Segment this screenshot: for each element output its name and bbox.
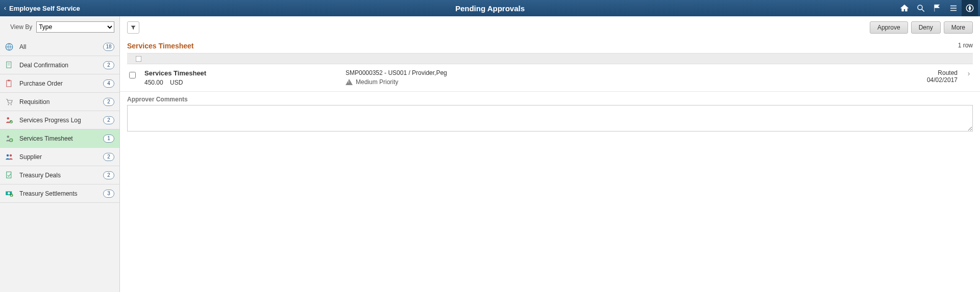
sidebar: View By Type All 18 Deal Confirmation 2 … (0, 16, 120, 292)
action-row: Approve Deny More (120, 16, 980, 38)
back-label: Employee Self Service (9, 5, 80, 12)
svg-line-1 (922, 9, 924, 12)
sidebar-item-label: Services Timesheet (19, 135, 73, 142)
sidebar-item-label: Requisition (19, 98, 50, 105)
sidebar-item-all[interactable]: All 18 (0, 38, 119, 56)
svg-point-14 (7, 117, 10, 120)
sidebar-item-count: 1 (103, 135, 114, 143)
main-content: Approve Deny More Services Timesheet 1 r… (120, 16, 980, 292)
row-reference: SMP0000352 - US001 / Provider,Peg (346, 69, 889, 76)
row-right: Routed 04/02/2017 (896, 69, 958, 84)
back-button[interactable]: ‹ Employee Self Service (0, 0, 86, 16)
action-buttons: Approve Deny More (870, 21, 973, 34)
flag-icon[interactable] (929, 0, 945, 16)
sidebar-item-count: 2 (103, 153, 114, 161)
row-left: Services Timesheet 450.00 USD (144, 69, 338, 86)
svg-point-19 (10, 154, 12, 156)
chevron-right-icon: › (965, 69, 973, 77)
svg-point-22 (8, 192, 10, 195)
svg-point-16 (7, 136, 10, 138)
sidebar-item-count: 18 (103, 43, 114, 51)
menu-icon[interactable] (945, 0, 962, 16)
document-check-icon (4, 170, 14, 180)
sidebar-item-count: 2 (103, 116, 114, 124)
svg-rect-20 (7, 172, 11, 178)
viewby-row: View By Type (0, 16, 119, 38)
viewby-label: View By (10, 23, 32, 31)
sidebar-item-label: Treasury Settlements (19, 190, 78, 197)
row-checkbox[interactable] (129, 72, 136, 78)
person-check-icon (4, 115, 14, 125)
row-currency: USD (165, 79, 183, 86)
svg-point-18 (7, 154, 9, 156)
sidebar-item-count: 3 (103, 190, 114, 198)
people-icon (4, 152, 14, 162)
svg-point-12 (8, 104, 9, 105)
row-amount-line: 450.00 USD (144, 79, 338, 86)
warning-icon (346, 79, 353, 85)
compass-icon[interactable] (962, 0, 978, 16)
comments-textarea[interactable] (127, 105, 973, 131)
sidebar-item-label: Supplier (19, 153, 42, 161)
row-status: Routed (896, 69, 958, 76)
topbar-icons (896, 0, 980, 16)
money-check-icon (4, 189, 14, 199)
approve-button[interactable]: Approve (870, 21, 908, 34)
row-mid: SMP0000352 - US001 / Provider,Peg Medium… (346, 69, 889, 86)
row-priority: Medium Priority (346, 78, 889, 86)
document-icon (4, 60, 14, 70)
row-name: Services Timesheet (144, 69, 338, 77)
more-button[interactable]: More (944, 21, 973, 34)
sidebar-item-count: 4 (103, 79, 114, 88)
sidebar-item-label: Deal Confirmation (19, 62, 68, 69)
sidebar-item-count: 2 (103, 98, 114, 106)
svg-point-0 (918, 5, 922, 10)
sidebar-item-label: All (19, 43, 26, 50)
top-bar: ‹ Employee Self Service Pending Approval… (0, 0, 980, 16)
sidebar-item-purchase-order[interactable]: Purchase Order 4 (0, 74, 119, 93)
sidebar-item-label: Treasury Deals (19, 172, 61, 179)
sidebar-item-services-timesheet[interactable]: Services Timesheet 1 (0, 129, 119, 148)
sidebar-item-label: Purchase Order (19, 80, 63, 87)
search-icon[interactable] (913, 0, 929, 16)
row-priority-label: Medium Priority (356, 78, 398, 86)
svg-point-13 (11, 104, 12, 105)
row-checkbox-wrap (127, 69, 137, 80)
sidebar-item-supplier[interactable]: Supplier 2 (0, 148, 119, 166)
sidebar-item-treasury-settlements[interactable]: Treasury Settlements 3 (0, 184, 119, 203)
sidebar-item-count: 2 (103, 171, 114, 179)
person-clock-icon (4, 134, 14, 144)
globe-icon (4, 42, 14, 52)
home-icon[interactable] (896, 0, 913, 16)
sidebar-item-treasury-deals[interactable]: Treasury Deals 2 (0, 166, 119, 184)
svg-rect-10 (7, 81, 11, 87)
select-all-row (127, 53, 973, 64)
row-count: 1 row (958, 42, 980, 49)
sidebar-item-services-progress-log[interactable]: Services Progress Log 2 (0, 111, 119, 129)
svg-rect-11 (8, 79, 10, 81)
sidebar-item-count: 2 (103, 61, 114, 69)
chevron-left-icon: ‹ (4, 5, 6, 12)
clipboard-icon (4, 78, 14, 89)
sidebar-item-label: Services Progress Log (19, 117, 81, 124)
filter-icon (130, 24, 136, 31)
sidebar-item-deal-confirmation[interactable]: Deal Confirmation 2 (0, 56, 119, 74)
filter-button[interactable] (127, 21, 139, 34)
deny-button[interactable]: Deny (911, 21, 941, 34)
approval-row[interactable]: Services Timesheet 450.00 USD SMP0000352… (120, 64, 980, 92)
row-date: 04/02/2017 (896, 76, 958, 84)
viewby-select[interactable]: Type (36, 21, 114, 33)
page-title: Pending Approvals (455, 4, 525, 13)
select-all-checkbox[interactable] (136, 56, 142, 62)
cart-icon (4, 97, 14, 107)
comments-label: Approver Comments (120, 92, 980, 105)
section-title: Services Timesheet (120, 38, 980, 50)
row-amount: 450.00 (144, 79, 163, 86)
comments-box (127, 105, 973, 133)
sidebar-item-requisition[interactable]: Requisition 2 (0, 93, 119, 111)
